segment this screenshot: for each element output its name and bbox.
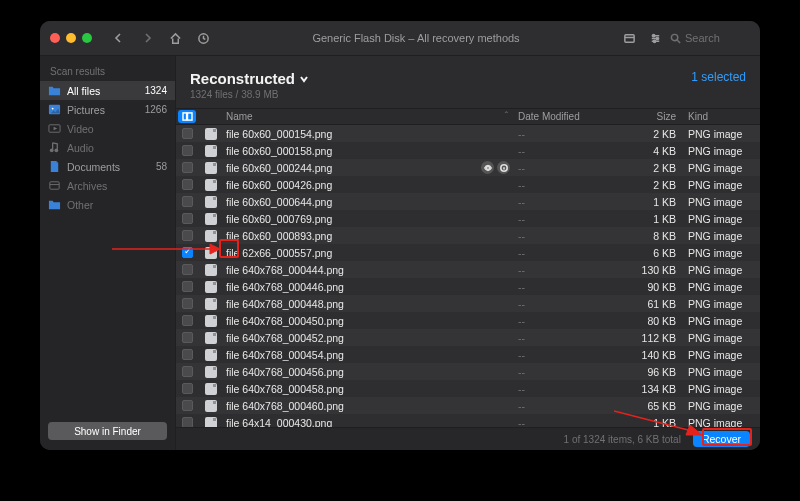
file-date: -- bbox=[514, 196, 614, 208]
column-header-name[interactable]: Name ˆ bbox=[224, 111, 514, 122]
nav-forward-button[interactable] bbox=[136, 27, 158, 49]
table-row[interactable]: file 640x768_000458.png--134 KBPNG image bbox=[176, 380, 760, 397]
table-row[interactable]: file 60x60_000158.png--4 KBPNG image bbox=[176, 142, 760, 159]
section-title-dropdown[interactable]: Reconstructed bbox=[190, 70, 309, 87]
table-row[interactable]: file 60x60_000893.png--8 KBPNG image bbox=[176, 227, 760, 244]
column-header-date[interactable]: Date Modified bbox=[514, 111, 614, 122]
column-header-size[interactable]: Size bbox=[614, 111, 684, 122]
sidebar-item-video[interactable]: Video bbox=[40, 119, 175, 138]
history-button[interactable] bbox=[192, 27, 214, 49]
file-name: file 640x768_000460.png bbox=[226, 400, 344, 412]
row-checkbox[interactable] bbox=[182, 128, 193, 139]
file-kind: PNG image bbox=[684, 230, 760, 242]
sidebar-item-documents[interactable]: Documents58 bbox=[40, 157, 175, 176]
row-checkbox[interactable] bbox=[182, 400, 193, 411]
row-checkbox[interactable] bbox=[182, 332, 193, 343]
sidebar-item-label: Pictures bbox=[67, 104, 105, 116]
file-kind: PNG image bbox=[684, 179, 760, 191]
close-window-button[interactable] bbox=[50, 33, 60, 43]
table-row[interactable]: file 640x768_000454.png--140 KBPNG image bbox=[176, 346, 760, 363]
row-checkbox[interactable] bbox=[182, 196, 193, 207]
file-kind: PNG image bbox=[684, 315, 760, 327]
table-row[interactable]: file 60x60_000769.png--1 KBPNG image bbox=[176, 210, 760, 227]
table-row[interactable]: file 62x66_000557.png--6 KBPNG image bbox=[176, 244, 760, 261]
selection-count: 1 selected bbox=[691, 70, 746, 84]
table-row[interactable]: file 640x768_000446.png--90 KBPNG image bbox=[176, 278, 760, 295]
table-row[interactable]: file 60x60_000644.png--1 KBPNG image bbox=[176, 193, 760, 210]
svg-rect-17 bbox=[50, 182, 59, 189]
row-checkbox[interactable] bbox=[182, 298, 193, 309]
table-row[interactable]: file 60x60_000426.png--2 KBPNG image bbox=[176, 176, 760, 193]
file-name: file 62x66_000557.png bbox=[226, 247, 332, 259]
file-date: -- bbox=[514, 298, 614, 310]
svg-line-10 bbox=[677, 40, 680, 43]
filter-button[interactable] bbox=[644, 27, 666, 49]
table-row[interactable]: file 640x768_000456.png--96 KBPNG image bbox=[176, 363, 760, 380]
svg-point-12 bbox=[52, 108, 54, 110]
zoom-window-button[interactable] bbox=[82, 33, 92, 43]
table-row[interactable]: file 60x60_000154.png--2 KBPNG image bbox=[176, 125, 760, 142]
file-table: Name ˆ Date Modified Size Kind file 60x6… bbox=[176, 108, 760, 427]
table-row[interactable]: file 640x768_000450.png--80 KBPNG image bbox=[176, 312, 760, 329]
file-thumbnail-icon bbox=[205, 162, 217, 174]
row-checkbox[interactable] bbox=[182, 145, 193, 156]
file-date: -- bbox=[514, 400, 614, 412]
window-title: Generic Flash Disk – All recovery method… bbox=[220, 32, 612, 44]
sidebar-item-archives[interactable]: Archives bbox=[40, 176, 175, 195]
annotation-arrow-checkbox bbox=[112, 243, 220, 255]
svg-marker-28 bbox=[686, 425, 702, 435]
nav-back-button[interactable] bbox=[108, 27, 130, 49]
file-name: file 640x768_000452.png bbox=[226, 332, 344, 344]
file-size: 140 KB bbox=[614, 349, 684, 361]
file-kind: PNG image bbox=[684, 162, 760, 174]
sidebar-item-badge: 1266 bbox=[145, 104, 167, 115]
row-checkbox[interactable] bbox=[182, 179, 193, 190]
table-row[interactable]: file 60x60_000244.png--2 KBPNG image bbox=[176, 159, 760, 176]
row-checkbox[interactable] bbox=[182, 349, 193, 360]
file-date: -- bbox=[514, 349, 614, 361]
svg-rect-1 bbox=[624, 34, 633, 41]
file-size: 130 KB bbox=[614, 264, 684, 276]
minimize-window-button[interactable] bbox=[66, 33, 76, 43]
file-name: file 640x768_000450.png bbox=[226, 315, 344, 327]
row-checkbox[interactable] bbox=[182, 417, 193, 427]
sidebar-item-audio[interactable]: Audio bbox=[40, 138, 175, 157]
file-size: 4 KB bbox=[614, 145, 684, 157]
preview-action-icon[interactable] bbox=[481, 161, 494, 174]
row-checkbox[interactable] bbox=[182, 213, 193, 224]
row-checkbox[interactable] bbox=[182, 383, 193, 394]
row-checkbox[interactable] bbox=[182, 162, 193, 173]
row-checkbox[interactable] bbox=[182, 315, 193, 326]
file-name: file 64x14_000430.png bbox=[226, 417, 332, 428]
table-row[interactable]: file 640x768_000444.png--130 KBPNG image bbox=[176, 261, 760, 278]
row-checkbox[interactable] bbox=[182, 264, 193, 275]
svg-point-7 bbox=[656, 37, 658, 39]
info-action-icon[interactable] bbox=[497, 161, 510, 174]
search-field[interactable]: Search bbox=[670, 32, 750, 44]
file-size: 134 KB bbox=[614, 383, 684, 395]
row-checkbox[interactable] bbox=[182, 281, 193, 292]
file-name: file 640x768_000458.png bbox=[226, 383, 344, 395]
annotation-arrow-recover bbox=[614, 407, 704, 439]
home-button[interactable] bbox=[164, 27, 186, 49]
view-mode-button[interactable] bbox=[618, 27, 640, 49]
file-size: 2 KB bbox=[614, 179, 684, 191]
file-thumbnail-icon bbox=[205, 298, 217, 310]
sidebar-item-other[interactable]: Other bbox=[40, 195, 175, 214]
chevron-down-icon bbox=[299, 74, 309, 84]
show-in-finder-button[interactable]: Show in Finder bbox=[48, 422, 167, 440]
row-checkbox[interactable] bbox=[182, 366, 193, 377]
sidebar-item-all-files[interactable]: All files1324 bbox=[40, 81, 175, 100]
file-name: file 60x60_000426.png bbox=[226, 179, 332, 191]
table-row[interactable]: file 640x768_000448.png--61 KBPNG image bbox=[176, 295, 760, 312]
table-row[interactable]: file 640x768_000452.png--112 KBPNG image bbox=[176, 329, 760, 346]
sidebar-item-pictures[interactable]: Pictures1266 bbox=[40, 100, 175, 119]
row-checkbox[interactable] bbox=[182, 230, 193, 241]
file-name: file 640x768_000446.png bbox=[226, 281, 344, 293]
file-kind: PNG image bbox=[684, 264, 760, 276]
svg-point-16 bbox=[55, 148, 59, 152]
column-header-kind[interactable]: Kind bbox=[684, 111, 760, 122]
preview-toggle-button[interactable] bbox=[178, 110, 196, 123]
file-thumbnail-icon bbox=[205, 400, 217, 412]
file-kind: PNG image bbox=[684, 366, 760, 378]
